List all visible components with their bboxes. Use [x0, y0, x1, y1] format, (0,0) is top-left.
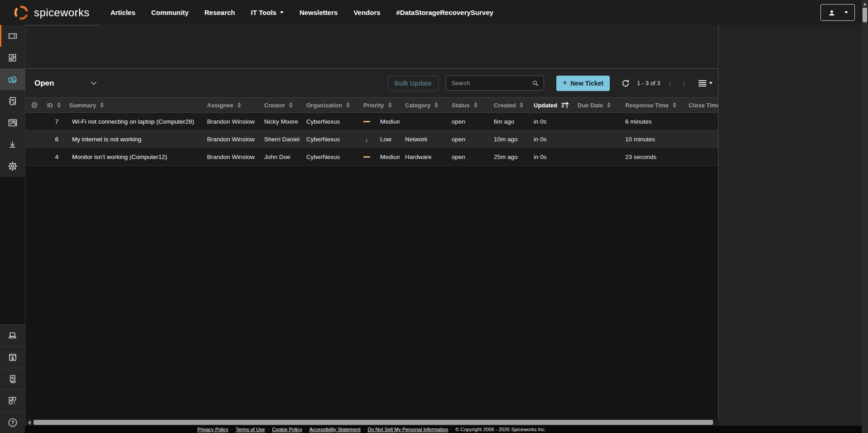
download-icon: [7, 140, 18, 150]
helpdesk-tickets-icon: [7, 74, 18, 85]
refresh-icon[interactable]: [621, 78, 631, 88]
sidebar-item-reports[interactable]: [0, 112, 25, 134]
footer-link-privacy[interactable]: Privacy Policy: [198, 427, 228, 432]
sidebar-item-helpdesk[interactable]: [0, 68, 25, 90]
priority-low-icon: ↓: [365, 135, 369, 143]
sidebar-item-downloads[interactable]: [0, 134, 25, 155]
header-creator[interactable]: Creator: [259, 98, 301, 113]
chevron-down-icon: [90, 80, 97, 87]
header-priority[interactable]: Priority: [358, 98, 400, 113]
nav-item-it-tools[interactable]: IT Tools: [251, 9, 284, 16]
new-ticket-button[interactable]: + New Ticket: [556, 76, 610, 91]
ticket-created: 10m ago: [488, 130, 528, 148]
ticket-category: Network: [400, 130, 446, 148]
ticket-organization: CyberNexus: [301, 148, 358, 166]
vertical-scrollbar[interactable]: [862, 0, 868, 433]
header-response-time[interactable]: Response Time: [620, 98, 683, 113]
ticket-priority: ↓Low: [358, 130, 400, 148]
view-options-button[interactable]: [699, 80, 713, 87]
header-status[interactable]: Status: [446, 98, 488, 113]
row-gutter: [25, 130, 43, 148]
ticket-category: Hardware: [400, 148, 446, 166]
nav-item-articles[interactable]: Articles: [111, 9, 135, 16]
scroll-up-arrow-icon[interactable]: [863, 3, 867, 5]
sort-icon: [673, 102, 676, 108]
sort-ascending-icon: [561, 101, 569, 109]
sidebar-item-settings[interactable]: [0, 155, 25, 177]
header-id[interactable]: ID: [43, 98, 64, 113]
table-row[interactable]: 7 Wi-Fi not connecting on laptop (Comput…: [25, 113, 718, 130]
sidebar-item-invoices[interactable]: [0, 368, 25, 390]
account-menu-button[interactable]: [820, 4, 855, 21]
ticket-status: open: [446, 148, 488, 166]
sidebar-item-devices[interactable]: [0, 324, 25, 346]
sidebar-top-group: [0, 25, 25, 177]
ticket-icon: [7, 30, 18, 41]
spiceworks-logo[interactable]: spiceworks: [13, 4, 90, 21]
sidebar-item-tasks[interactable]: [0, 90, 25, 112]
sort-icon: [607, 102, 611, 108]
ticket-id: 4: [43, 148, 64, 166]
horizontal-scrollbar[interactable]: [25, 419, 719, 426]
prev-page-button[interactable]: ‹: [667, 78, 672, 88]
footer-link-accessibility[interactable]: Accessibility Statement: [309, 427, 361, 432]
nav-item-research[interactable]: Research: [204, 9, 235, 16]
nav-item-community[interactable]: Community: [151, 9, 189, 16]
next-page-button[interactable]: ›: [682, 78, 687, 88]
nav-item-vendors[interactable]: Vendors: [353, 9, 380, 16]
ticket-filter-dropdown[interactable]: Open: [34, 79, 97, 88]
ticket-summary[interactable]: My internet is not working: [64, 130, 202, 148]
dot-separator: ·: [305, 427, 307, 432]
gear-icon: [30, 101, 39, 109]
ticket-summary[interactable]: Monitor isn’t working (Computer12): [64, 148, 202, 166]
priority-medium-icon: [363, 121, 370, 122]
search-input[interactable]: [452, 80, 531, 87]
chevron-down-icon: [844, 11, 848, 14]
plus-icon: +: [563, 78, 568, 88]
header-updated[interactable]: Updated: [528, 98, 572, 113]
header-due-date[interactable]: Due Date: [572, 98, 620, 113]
footer-link-terms[interactable]: Terms of Use: [236, 427, 265, 432]
table-row[interactable]: 6 My internet is not working Brandon Win…: [25, 130, 718, 148]
ticket-close-time: [683, 148, 718, 166]
header-organization[interactable]: Organization: [301, 98, 358, 113]
horizontal-scrollbar-thumb[interactable]: [34, 420, 713, 425]
sidebar-item-apps[interactable]: [0, 47, 25, 68]
header-summary[interactable]: Summary: [64, 98, 202, 113]
ticket-assignee: Brandon Winslow: [202, 130, 259, 148]
bulk-update-button[interactable]: Bulk Update: [388, 76, 439, 91]
sidebar-item-tickets[interactable]: [0, 25, 25, 47]
sort-icon: [289, 102, 293, 108]
header-category[interactable]: Category: [400, 98, 446, 113]
table-row[interactable]: 4 Monitor isn’t working (Computer12) Bra…: [25, 148, 718, 166]
ticket-creator: Sherri Daniel: [259, 130, 301, 148]
sidebar-item-software[interactable]: [0, 346, 25, 368]
ticket-creator: John Doe: [259, 148, 301, 166]
tickets-table-container: ID Summary Assignee Creator Organization…: [25, 97, 718, 433]
gear-icon: [7, 161, 18, 172]
ticket-assignee: Brandon Winslow: [202, 148, 259, 166]
header-assignee[interactable]: Assignee: [202, 98, 259, 113]
user-icon: [827, 8, 836, 17]
nav-item-survey[interactable]: #DataStorageRecoverySurvey: [396, 9, 493, 16]
ticket-due-date: [572, 130, 620, 148]
search-icon[interactable]: [531, 79, 539, 87]
ticket-close-time: [683, 113, 718, 130]
ticket-created: 6m ago: [488, 113, 528, 130]
ticket-id: 7: [43, 113, 64, 130]
row-gutter: [25, 148, 43, 166]
scroll-left-arrow-icon[interactable]: [28, 420, 31, 425]
sidebar-item-apps-alert[interactable]: [0, 390, 25, 411]
footer-link-cookie[interactable]: Cookie Policy: [272, 427, 302, 432]
filter-label: Open: [34, 79, 54, 88]
footer-link-do-not-sell[interactable]: Do Not Sell My Personal Information: [368, 427, 448, 432]
column-settings-button[interactable]: [25, 98, 43, 113]
pagination-range: 1 - 3 of 3: [637, 80, 660, 87]
nav-item-newsletters[interactable]: Newsletters: [299, 9, 338, 16]
vertical-scrollbar-thumb[interactable]: [863, 8, 867, 22]
header-close-time[interactable]: Close Time: [683, 98, 718, 113]
ticket-summary[interactable]: Wi-Fi not connecting on laptop (Computer…: [64, 113, 202, 130]
sidebar-item-help[interactable]: [0, 411, 25, 433]
header-created[interactable]: Created: [488, 98, 528, 113]
dot-separator: ·: [451, 427, 453, 432]
